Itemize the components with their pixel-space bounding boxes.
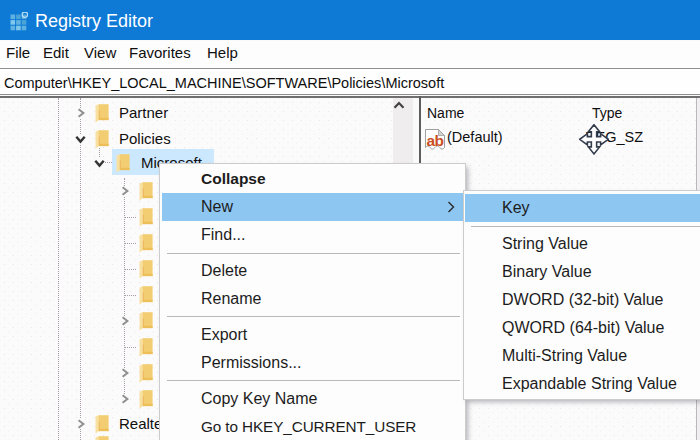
svg-text:ab: ab bbox=[427, 132, 444, 149]
